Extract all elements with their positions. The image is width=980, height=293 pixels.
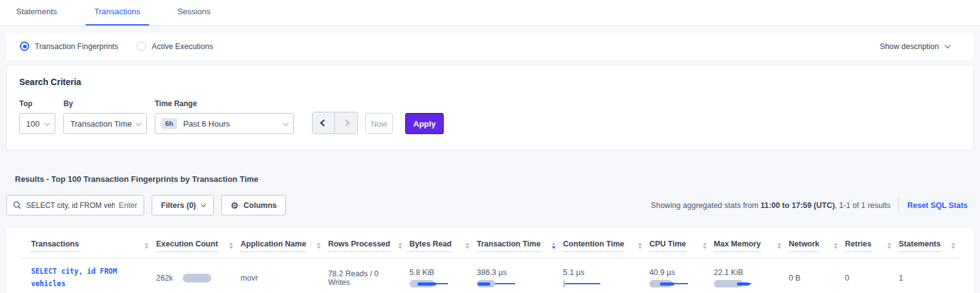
rows-processed-value: 78.2 Reads / 0 Writes <box>324 258 406 293</box>
tab-transactions[interactable]: Transactions <box>86 0 149 25</box>
col-contention-time[interactable]: Contention Time <box>563 240 624 252</box>
results-heading: Results - Top 100 Transaction Fingerprin… <box>15 174 965 184</box>
col-execution-count[interactable]: Execution Count <box>156 240 218 252</box>
max-memory-value: 22.1 KiB <box>714 268 782 277</box>
chevron-right-icon <box>342 119 349 126</box>
top-field-label: Top <box>19 99 55 108</box>
sort-icon-active[interactable] <box>548 243 556 249</box>
columns-label: Columns <box>244 201 277 210</box>
time-range-label: Time Range <box>155 99 294 108</box>
radio-unselected-icon <box>137 42 146 51</box>
time-range-value: Past 6 Hours <box>183 119 230 128</box>
top-select[interactable]: 100 <box>19 113 55 134</box>
tab-sessions[interactable]: Sessions <box>169 0 219 25</box>
col-retries[interactable]: Retries <box>845 240 871 252</box>
retries-value: 0 <box>841 258 895 293</box>
table-header-row: Transactions Execution Count Application… <box>21 231 959 258</box>
sort-icon[interactable] <box>634 243 642 249</box>
top-field: Top 100 <box>19 99 55 134</box>
sort-icon[interactable] <box>141 243 149 249</box>
chevron-down-icon <box>44 120 50 126</box>
results-table-card: Transactions Execution Count Application… <box>6 228 974 293</box>
chevron-down-icon <box>945 42 951 48</box>
bytes-read-value: 5.8 KiB <box>410 268 470 277</box>
sort-icon[interactable] <box>313 243 321 249</box>
aggregated-stats-text: Showing aggregated stats from 11:00 to 1… <box>651 201 891 210</box>
network-value: 0 B <box>785 258 841 293</box>
sort-icon[interactable] <box>699 243 707 249</box>
col-cpu-time[interactable]: CPU Time <box>649 240 686 252</box>
transactions-table: Transactions Execution Count Application… <box>21 231 959 293</box>
results-toolbar: Enter Filters (0) ⚙ Columns Showing aggr… <box>6 195 974 215</box>
sort-icon[interactable] <box>830 243 838 249</box>
bytes-read-bar <box>410 280 448 287</box>
max-memory-bar <box>714 280 753 287</box>
search-box[interactable]: Enter <box>6 195 144 215</box>
col-network[interactable]: Network <box>789 240 819 252</box>
search-criteria-panel: Search Criteria Top 100 By Transaction T… <box>6 65 974 150</box>
search-criteria-title: Search Criteria <box>19 77 961 87</box>
cpu-time-value: 40.9 µs <box>649 268 707 277</box>
contention-time-bar <box>563 280 602 287</box>
top-select-value: 100 <box>26 119 40 128</box>
search-input[interactable] <box>26 201 115 210</box>
by-field-label: By <box>63 99 147 108</box>
radio-label: Transaction Fingerprints <box>35 42 118 51</box>
by-field: By Transaction Time <box>63 99 147 134</box>
col-transaction-time[interactable]: Transaction Time <box>477 240 541 252</box>
time-prev-button[interactable] <box>313 112 335 133</box>
sort-icon[interactable] <box>774 243 781 249</box>
search-icon <box>13 201 21 209</box>
show-description-toggle[interactable]: Show description <box>880 42 949 51</box>
chevron-down-icon <box>135 120 142 126</box>
time-next-button[interactable] <box>335 112 357 133</box>
by-select[interactable]: Transaction Time <box>63 113 147 134</box>
transaction-fingerprint-link[interactable]: SELECT city, id FROM vehicles <box>31 266 124 290</box>
sort-icon[interactable] <box>226 243 233 249</box>
sort-icon[interactable] <box>462 243 469 249</box>
apply-button[interactable]: Apply <box>405 113 444 134</box>
time-pager <box>312 112 358 134</box>
transaction-time-bar <box>477 280 515 287</box>
col-rows-processed[interactable]: Rows Processed <box>328 240 390 252</box>
transaction-time-value: 386.3 µs <box>477 268 556 277</box>
execution-count-value: 262k <box>156 274 173 282</box>
search-enter-hint[interactable]: Enter <box>119 201 137 210</box>
sort-icon[interactable] <box>395 243 402 249</box>
col-application-name[interactable]: Application Name <box>240 240 306 252</box>
cpu-time-bar <box>649 280 688 287</box>
radio-label: Active Executions <box>152 42 213 51</box>
radio-selected-icon <box>20 42 29 51</box>
contention-time-value: 5.1 µs <box>563 268 642 277</box>
sort-icon[interactable] <box>948 243 955 249</box>
execution-count-bar <box>183 274 211 282</box>
time-range-select[interactable]: 6h Past 6 Hours <box>155 113 294 134</box>
application-name-value: movr <box>237 258 324 293</box>
chevron-down-icon <box>283 120 289 126</box>
tab-statements[interactable]: Statements <box>7 0 66 25</box>
divider <box>899 197 899 214</box>
filters-button[interactable]: Filters (0) <box>152 195 214 215</box>
chevron-left-icon <box>320 119 327 126</box>
by-select-value: Transaction Time <box>70 119 132 128</box>
sort-icon[interactable] <box>884 243 891 249</box>
col-statements[interactable]: Statements <box>899 240 940 252</box>
col-bytes-read[interactable]: Bytes Read <box>410 240 452 252</box>
gear-icon: ⚙ <box>231 201 239 210</box>
time-range-field: Time Range 6h Past 6 Hours <box>155 99 294 134</box>
time-range-badge: 6h <box>162 118 177 129</box>
columns-button[interactable]: ⚙ Columns <box>221 195 286 215</box>
top-tab-bar: Statements Transactions Sessions <box>0 0 980 26</box>
radio-active-executions[interactable]: Active Executions <box>137 42 213 51</box>
statements-value: 1 <box>895 258 959 293</box>
col-max-memory[interactable]: Max Memory <box>714 240 761 252</box>
show-description-label: Show description <box>880 42 939 51</box>
reset-sql-stats-link[interactable]: Reset SQL Stats <box>907 201 968 210</box>
now-button[interactable]: Now <box>365 113 393 134</box>
col-transactions[interactable]: Transactions <box>31 240 79 252</box>
view-mode-strip: Transaction Fingerprints Active Executio… <box>6 33 974 60</box>
filters-label: Filters (0) <box>161 201 196 210</box>
radio-transaction-fingerprints[interactable]: Transaction Fingerprints <box>20 42 118 51</box>
table-row: SELECT city, id FROM vehicles 262k movr … <box>21 258 959 293</box>
chevron-down-icon <box>201 202 206 207</box>
